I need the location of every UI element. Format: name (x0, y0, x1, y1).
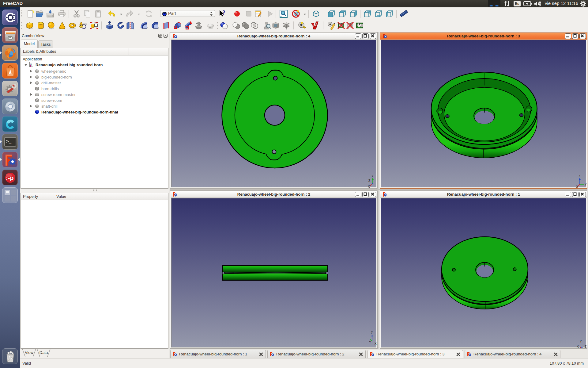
svg-text:X: X (375, 342, 377, 345)
svg-text:Y: Y (371, 174, 374, 178)
svg-text:Z: Z (585, 345, 586, 348)
svg-text:Y: Y (580, 340, 582, 343)
svg-text:X: X (577, 345, 579, 348)
svg-text:Z: Z (579, 174, 580, 178)
svg-text:Z: Z (371, 331, 373, 335)
svg-text:X: X (576, 185, 578, 188)
svg-text:Z: Z (368, 179, 370, 182)
svg-text::-p: :-p (6, 174, 14, 181)
svg-text:X: X (368, 185, 370, 188)
svg-text:Y: Y (369, 341, 371, 344)
svg-text:Y: Y (585, 183, 586, 186)
svg-text:?: ? (222, 10, 225, 16)
